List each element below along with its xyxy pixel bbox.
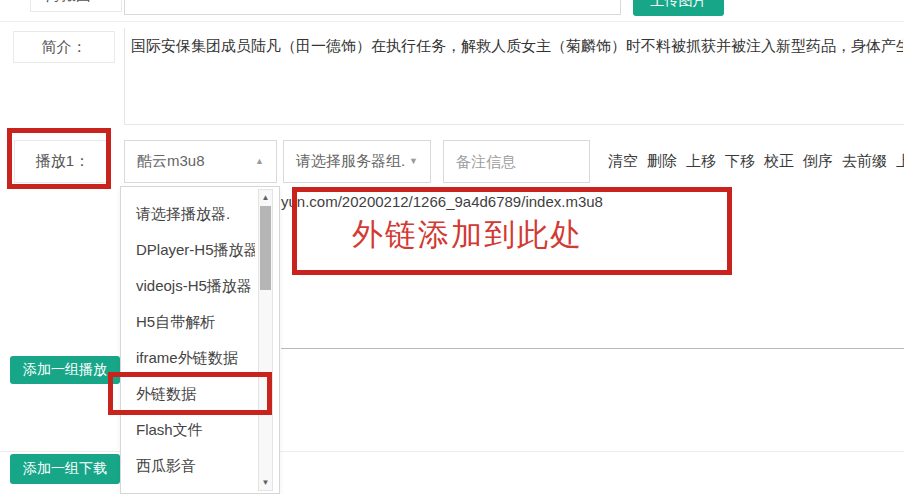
scrollbar-thumb[interactable] [260, 206, 271, 290]
annotation-text: 外链添加到此处 [352, 214, 583, 256]
section-divider [281, 348, 904, 349]
server-group-select[interactable]: 请选择服务器组. ▼ [283, 140, 431, 183]
poster-label: 海报图： [30, 0, 122, 12]
add-download-group-button[interactable]: 添加一组下载 [10, 454, 120, 484]
upload-image-button[interactable]: 上传图片 [633, 0, 724, 16]
dropdown-item-xigua[interactable]: 西瓜影音 [121, 448, 255, 484]
dropdown-item-iframe-external[interactable]: iframe外链数据 [121, 340, 255, 376]
dropdown-item-dplayer-h5[interactable]: DPlayer-H5播放器 [121, 232, 255, 268]
action-move-down[interactable]: 下移 [725, 152, 755, 171]
section-divider [0, 21, 904, 22]
intro-label: 简介： [13, 31, 115, 63]
action-move-up[interactable]: 上移 [686, 152, 716, 171]
scroll-up-icon[interactable]: ▲ [259, 190, 272, 205]
action-clear[interactable]: 清空 [608, 152, 638, 171]
player-select-value: 酷云m3u8 [137, 152, 205, 171]
add-play-group-button[interactable]: 添加一组播放 [10, 356, 120, 384]
play1-label: 播放1： [14, 140, 111, 183]
server-select-value: 请选择服务器组. [296, 152, 405, 171]
action-delete[interactable]: 删除 [647, 152, 677, 171]
poster-url-input[interactable] [124, 0, 621, 15]
dropdown-scrollbar[interactable]: ▲ ▼ [258, 189, 273, 491]
remark-input[interactable] [443, 140, 590, 183]
player-select[interactable]: 酷云m3u8 ▲ [124, 140, 277, 183]
dropdown-item-h5-native[interactable]: H5自带解析 [121, 304, 255, 340]
intro-textarea[interactable]: 国际安保集团成员陆凡（田一德饰）在执行任务，解救人质女主（菊麟饰）时不料被抓获并… [124, 28, 904, 125]
intro-text: 国际安保集团成员陆凡（田一德饰）在执行任务，解救人质女主（菊麟饰）时不料被抓获并… [125, 28, 903, 56]
chevron-up-icon: ▲ [255, 157, 264, 166]
cms-edit-form: 海报图： 上传图片 简介： 国际安保集团成员陆凡（田一德饰）在执行任务，解救人质… [0, 0, 904, 494]
action-reverse[interactable]: 倒序 [803, 152, 833, 171]
player-dropdown-list: 请选择播放器. DPlayer-H5播放器 videojs-H5播放器 H5自带… [121, 187, 279, 484]
player-dropdown-menu: 请选择播放器. DPlayer-H5播放器 videojs-H5播放器 H5自带… [120, 186, 280, 494]
action-upload[interactable]: 上传 [896, 152, 904, 171]
action-correct[interactable]: 校正 [764, 152, 794, 171]
chevron-down-icon: ▼ [409, 157, 418, 166]
play-url-text[interactable]: yun.com/20200212/1266_9a4d6789/index.m3u… [281, 193, 603, 210]
action-strip-prefix[interactable]: 去前缀 [842, 152, 887, 171]
play-action-links: 清空 删除 上移 下移 校正 倒序 去前缀 上传 [608, 140, 904, 183]
dropdown-item-placeholder[interactable]: 请选择播放器. [121, 196, 255, 232]
dropdown-item-external-link[interactable]: 外链数据 [121, 376, 255, 412]
dropdown-item-videojs-h5[interactable]: videojs-H5播放器 [121, 268, 255, 304]
scroll-down-icon[interactable]: ▼ [259, 475, 272, 490]
dropdown-item-flash[interactable]: Flash文件 [121, 412, 255, 448]
